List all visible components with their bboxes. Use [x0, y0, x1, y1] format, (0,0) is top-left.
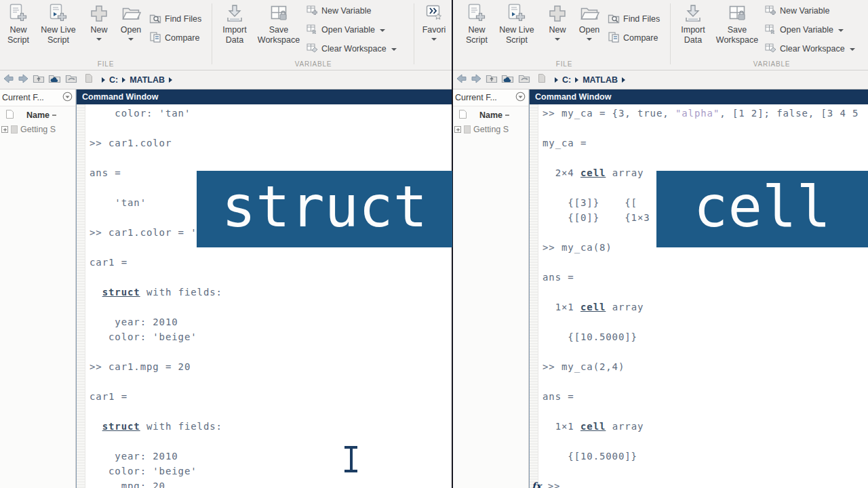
expand-icon[interactable]: [1, 126, 8, 133]
folder-search-icon[interactable]: [517, 73, 530, 87]
import-data-label: Import Data: [218, 25, 251, 45]
clear-workspace-button[interactable]: Clear Workspace: [307, 41, 397, 57]
file-group-label: FILE: [0, 60, 212, 68]
find-files-button[interactable]: Find Files: [149, 11, 201, 27]
cw-line: car1 =: [90, 255, 452, 270]
new-label: New: [85, 25, 113, 35]
new-variable-button[interactable]: New Variable: [307, 3, 371, 19]
new-script-button[interactable]: New Script: [3, 3, 34, 45]
name-column-header[interactable]: Name: [0, 106, 75, 123]
cw-line: >> car1.color: [90, 136, 452, 150]
new-live-script-button[interactable]: New Live Script: [37, 3, 80, 45]
open-button[interactable]: Open: [575, 3, 604, 41]
new-button[interactable]: New: [85, 3, 113, 41]
breadcrumb-arrow-icon: [555, 77, 558, 83]
chevron-down-icon: [96, 38, 102, 41]
forward-icon[interactable]: [471, 73, 482, 87]
open-variable-button[interactable]: Open Variable: [307, 22, 385, 38]
open-label: Open: [575, 25, 604, 35]
favorites-button[interactable]: Favori: [419, 3, 449, 41]
folder-up-icon[interactable]: [33, 73, 45, 87]
cw-line: {[10.5000]}: [542, 329, 868, 344]
new-button[interactable]: New: [544, 3, 571, 41]
import-data-button[interactable]: Import Data: [677, 3, 709, 45]
ribbon-separator: [212, 3, 212, 64]
current-folder-header[interactable]: Current F...: [453, 89, 528, 106]
new-script-icon: [461, 3, 492, 25]
cw-line: [90, 270, 452, 285]
name-column-label: Name: [479, 110, 502, 120]
breadcrumb-drive[interactable]: C:: [109, 75, 118, 85]
compare-button[interactable]: Compare: [608, 30, 658, 46]
folder-cloud-icon[interactable]: [501, 73, 514, 87]
command-window-titlebar[interactable]: Command Window: [77, 89, 452, 104]
cw-line: [90, 300, 452, 314]
open-variable-label: Open Variable: [780, 25, 833, 35]
command-window-title: Command Window: [535, 92, 611, 102]
cw-line: 1×1 cell array: [542, 300, 868, 314]
back-icon[interactable]: [3, 73, 14, 87]
open-icon: [575, 3, 604, 25]
new-variable-icon: [307, 5, 318, 17]
open-button[interactable]: Open: [117, 3, 145, 41]
compare-button[interactable]: Compare: [149, 30, 199, 46]
left-cw-lines[interactable]: color: 'tan'>> car1.colorans = 'tan'>> c…: [77, 104, 452, 488]
open-variable-button[interactable]: Open Variable: [765, 22, 844, 38]
find-files-icon: [149, 12, 161, 26]
right-cw-lines[interactable]: >> my_ca = {3, true, "alpha", [1 2]; fal…: [530, 104, 868, 488]
expand-icon[interactable]: [454, 126, 461, 133]
save-workspace-button[interactable]: Save Workspace: [713, 3, 761, 45]
back-icon[interactable]: [456, 73, 467, 87]
address-bar: C: MATLAB: [453, 70, 868, 89]
new-variable-button[interactable]: New Variable: [765, 3, 829, 19]
clear-workspace-button[interactable]: Clear Workspace: [765, 41, 855, 57]
chevron-down-icon: [391, 48, 397, 51]
breadcrumb-arrow-icon: [169, 77, 172, 83]
cw-line: [542, 314, 868, 329]
chevron-down-icon: [128, 38, 134, 41]
chevron-down-icon: [850, 48, 855, 51]
find-files-button[interactable]: Find Files: [608, 11, 660, 27]
command-window-titlebar[interactable]: Command Window: [530, 89, 868, 104]
import-data-icon: [677, 3, 709, 25]
new-script-button[interactable]: New Script: [461, 3, 492, 45]
cw-line: [542, 344, 868, 359]
cell-overlay: cell: [656, 171, 868, 247]
sidebar-item-getting-started[interactable]: Getting S: [453, 123, 528, 136]
folder-cloud-icon[interactable]: [48, 73, 61, 87]
find-files-icon: [608, 12, 620, 26]
cw-line: >> my_ca = {3, true, "alpha", [1 2]; fal…: [542, 106, 868, 121]
breadcrumb-drive[interactable]: C:: [562, 75, 571, 85]
open-variable-icon: [307, 24, 318, 36]
breadcrumb-folder[interactable]: MATLAB: [130, 75, 165, 85]
folder-search-icon[interactable]: [64, 73, 77, 87]
compare-label: Compare: [165, 33, 199, 43]
compare-label: Compare: [623, 33, 658, 43]
new-live-script-label: New Live Script: [37, 25, 80, 45]
sidebar-item-getting-started[interactable]: Getting S: [0, 123, 75, 136]
forward-icon[interactable]: [18, 73, 29, 87]
cw-line: [90, 150, 452, 165]
new-live-script-button[interactable]: New Live Script: [495, 3, 538, 45]
cw-line: {[10.5000]}: [542, 449, 868, 464]
cw-line: [542, 464, 868, 479]
breadcrumb-folder[interactable]: MATLAB: [583, 75, 618, 85]
cw-line: color: 'beige': [90, 329, 452, 344]
save-workspace-button[interactable]: Save Workspace: [255, 3, 302, 45]
panel-menu-icon[interactable]: [62, 92, 73, 104]
open-label: Open: [117, 25, 145, 35]
find-files-label: Find Files: [623, 14, 660, 24]
current-folder-title: Current F...: [455, 93, 497, 102]
clear-workspace-icon: [307, 43, 318, 55]
cw-line: [90, 434, 452, 449]
folder-up-icon[interactable]: [486, 73, 498, 87]
folder-icon: [464, 125, 471, 134]
cw-line: my_ca =: [542, 136, 868, 150]
name-column-header[interactable]: Name: [453, 106, 528, 123]
new-live-script-icon: [495, 3, 538, 25]
cw-line: fx >>: [532, 479, 868, 488]
panel-menu-icon[interactable]: [515, 92, 526, 104]
command-window: Command Window color: 'tan'>> car1.color…: [76, 89, 452, 488]
current-folder-header[interactable]: Current F...: [0, 89, 75, 106]
import-data-button[interactable]: Import Data: [218, 3, 251, 45]
